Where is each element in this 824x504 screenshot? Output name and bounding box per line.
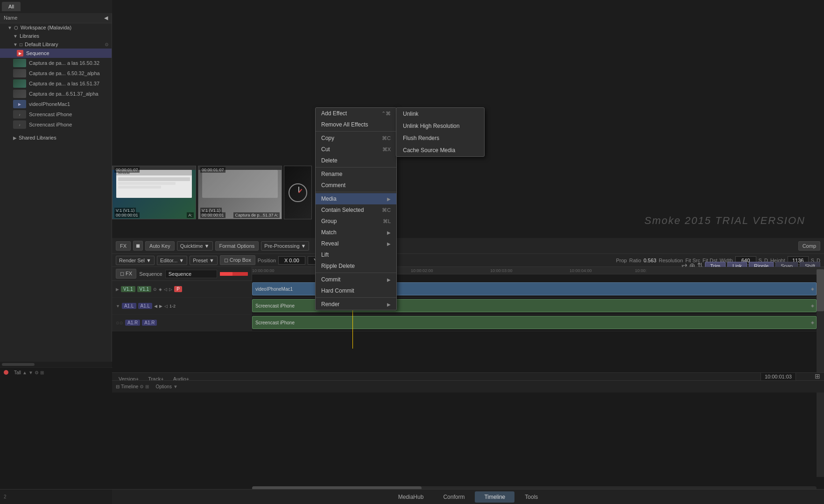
list-item[interactable]: ♪ Screencast iPhone — [0, 109, 112, 119]
context-comment[interactable]: Comment — [316, 180, 396, 191]
quicktime-label: Quicktime — [180, 243, 203, 249]
libraries-item[interactable]: ▼ Libraries — [0, 32, 112, 40]
conform-tab[interactable]: Conform — [434, 491, 474, 503]
pre-processing-dropdown[interactable]: Pre-Processing ▼ — [261, 241, 309, 251]
auto-key-button[interactable]: Auto Key — [145, 241, 175, 251]
track-badge-v1-2[interactable]: V1.1 — [137, 286, 152, 292]
format-options-button[interactable]: Format Options — [215, 241, 259, 251]
default-library-item[interactable]: ▼ □ Default Library ⚙ — [0, 40, 112, 49]
track-settings-icon[interactable]: ◁ — [164, 287, 167, 292]
context-commit[interactable]: Commit ▶ — [316, 274, 396, 285]
context-lift[interactable]: Lift — [316, 249, 396, 260]
track-link-icon[interactable]: ⊙ — [153, 287, 157, 292]
vertical-scrollbar[interactable] — [817, 267, 824, 477]
status-number: 2 — [4, 494, 7, 499]
render-sel-dropdown[interactable]: Render Sel ▼ — [116, 256, 155, 265]
track-p-badge[interactable]: P — [174, 286, 182, 292]
timeline-tab[interactable]: Timeline — [475, 491, 514, 503]
tools-tab[interactable]: Tools — [515, 491, 547, 503]
context-reveal[interactable]: Reveal ▶ — [316, 238, 396, 249]
editor-arrow-icon: ▼ — [179, 258, 184, 263]
collapse-btn[interactable]: ◀ — [104, 15, 108, 21]
list-item[interactable]: Captura de pa... 6.50.32_alpha — [0, 68, 112, 78]
x-position-input[interactable]: X 0.00 — [278, 256, 305, 265]
left-scroll-thumb[interactable] — [2, 363, 35, 366]
context-rename[interactable]: Rename — [316, 168, 396, 180]
sequence-item[interactable]: ▶ Sequence — [0, 49, 112, 58]
editor-dropdown[interactable]: Editor... ▼ — [157, 256, 187, 265]
viewer-thumb-2[interactable]: 00:00:01:07 V:1 (V1.1) 00:00:00:01 Captu… — [198, 166, 282, 219]
left-scroll-bar[interactable] — [0, 362, 112, 367]
track-more-icon[interactable]: ▷ — [169, 287, 172, 292]
track-a1l-1-2[interactable]: 1-2 — [169, 304, 176, 308]
quicktime-dropdown[interactable]: Quicktime ▼ — [177, 241, 213, 251]
track-audio-icon[interactable]: ◈ — [159, 287, 162, 292]
ruler-mark-3: 10:00:03:00 — [490, 268, 513, 273]
timeline-settings-icon[interactable]: ⚙ — [140, 384, 144, 389]
timeline-view-icon[interactable]: ⊞ — [145, 384, 149, 389]
viewer-thumb-1[interactable]: Window 00:00:01:07 V:1 (V1.1) 00:00:00:0… — [112, 166, 196, 219]
track-badge-v1-1[interactable]: V1.1 — [121, 286, 135, 292]
zoom-icon[interactable]: ⊞ — [815, 372, 820, 380]
shared-libraries-item[interactable]: ▶ Shared Libraries — [0, 133, 112, 142]
context-media[interactable]: Media ▶ — [316, 193, 396, 204]
crop-box-button[interactable]: ◻ Crop Box — [220, 255, 255, 265]
view-settings-icon[interactable]: ⚙ — [35, 370, 39, 375]
audio-r-clip-1[interactable]: Screencast iPhone ◈ — [252, 316, 817, 329]
record-button[interactable]: ◼ — [133, 241, 143, 251]
context-remove-effects[interactable]: Remove All Effects — [316, 119, 396, 130]
preset-dropdown[interactable]: Preset ▼ — [190, 256, 218, 265]
context-match[interactable]: Match ▶ — [316, 227, 396, 238]
library-settings-icon[interactable]: ⚙ — [105, 42, 109, 47]
context-render[interactable]: Render ▶ — [316, 299, 396, 310]
context-ripple-delete[interactable]: Ripple Delete — [316, 260, 396, 272]
track-a1l-more[interactable]: ◁ — [164, 304, 168, 308]
viewer-thumb-3[interactable] — [284, 166, 312, 219]
workspace-item[interactable]: ▼ ⬡ Workspace (Malavida) — [0, 23, 112, 32]
panel-header: Name ◀ — [0, 13, 112, 23]
tab-all[interactable]: All — [2, 2, 21, 11]
separator-5 — [316, 297, 396, 298]
group-shortcut: ⌘L — [383, 218, 391, 224]
submenu-unlink[interactable]: Unlink — [396, 108, 484, 120]
list-item[interactable]: Captura de pa... a las 16.51.37 — [0, 78, 112, 89]
tall-down-arrow[interactable]: ▼ — [28, 370, 33, 375]
list-item[interactable]: ▶ videoIPhoneMac1 — [0, 99, 112, 109]
item-thumbnail — [13, 79, 26, 88]
track-a1l-back[interactable]: ◀ — [154, 304, 157, 308]
separator-2 — [316, 167, 396, 168]
track-badge-a1l-1[interactable]: A1.L — [122, 303, 136, 309]
context-delete[interactable]: Delete — [316, 155, 396, 166]
context-add-effect[interactable]: Add Effect ⌃⌘ — [316, 108, 396, 119]
track-a1l-expand[interactable]: ▼ — [116, 304, 120, 308]
add-effect-label: Add Effect — [321, 110, 347, 117]
resolution-label: Resolution — [659, 258, 683, 263]
view-more-icon[interactable]: ⊞ — [40, 370, 44, 375]
context-hard-commit[interactable]: Hard Commit — [316, 285, 396, 296]
mediahub-tab[interactable]: MediaHub — [389, 491, 433, 503]
list-item[interactable]: Captura de pa... a las 16.50.32 — [0, 58, 112, 68]
submenu-cache-source-media[interactable]: Cache Source Media — [396, 144, 484, 156]
submenu-unlink-high-res[interactable]: Unlink High Resolution — [396, 120, 484, 132]
comp-button[interactable]: Comp — [798, 241, 820, 251]
media-submenu-arrow: ▶ — [387, 196, 391, 202]
track-badge-a1r-1[interactable]: A1.R — [125, 320, 140, 326]
track-expand-arrow[interactable]: ▶ — [116, 287, 119, 292]
options-arrow[interactable]: ▼ — [173, 384, 178, 389]
fx-button[interactable]: FX — [116, 241, 131, 251]
tall-up-arrow[interactable]: ▲ — [22, 370, 27, 375]
context-group[interactable]: Group ⌘L — [316, 216, 396, 227]
track-badge-a1r-2[interactable]: A1.R — [142, 320, 157, 326]
timeline-position: 10:00:01:03 — [761, 372, 796, 381]
ruler-mark-0: 10:00:00:00 — [252, 268, 275, 273]
list-item[interactable]: ♪ Screencast iPhone — [0, 119, 112, 130]
context-cut[interactable]: Cut ⌘X — [316, 144, 396, 155]
vscroll-thumb[interactable] — [817, 269, 824, 311]
context-contain-selected[interactable]: Contain Selected ⌘C — [316, 204, 396, 216]
list-item[interactable]: Captura de pa...6.51.37_alpha — [0, 89, 112, 99]
track-badge-a1l-2[interactable]: A1.L — [138, 303, 153, 309]
viewer-thumbs-container: Window 00:00:01:07 V:1 (V1.1) 00:00:00:0… — [112, 166, 312, 219]
submenu-flush-renders[interactable]: Flush Renders — [396, 132, 484, 144]
track-a1l-fwd[interactable]: ▶ — [159, 304, 162, 308]
context-copy[interactable]: Copy ⌘C — [316, 133, 396, 144]
